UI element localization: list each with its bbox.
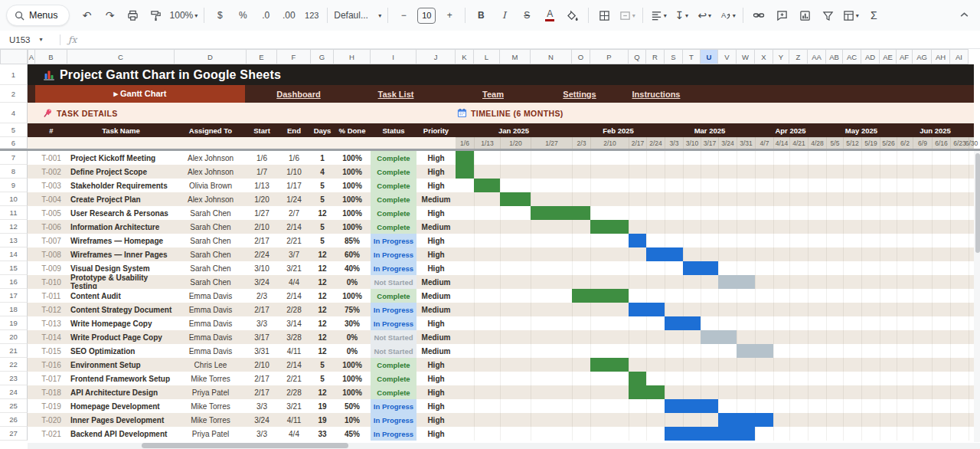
percent-done-cell[interactable]: 30% bbox=[334, 316, 371, 330]
vertical-align-button[interactable]: ↧▾ bbox=[670, 5, 693, 25]
status-cell[interactable]: In Progress bbox=[371, 316, 416, 330]
start-date-cell[interactable]: 2/17 bbox=[247, 372, 277, 385]
week-header-cell[interactable]: 1/27 bbox=[531, 137, 572, 149]
row-header-16[interactable]: 16 bbox=[0, 275, 28, 289]
row-header-21[interactable]: 21 bbox=[0, 344, 28, 358]
task-name-cell[interactable]: User Research & Personas bbox=[67, 206, 175, 220]
priority-cell[interactable]: Medium bbox=[416, 289, 456, 303]
priority-cell[interactable]: High bbox=[416, 413, 456, 427]
row-header-13[interactable]: 13 bbox=[0, 234, 28, 247]
row-header-6[interactable]: 6 bbox=[0, 137, 28, 149]
status-cell[interactable]: Complete bbox=[371, 372, 416, 385]
gantt-bar[interactable] bbox=[572, 289, 629, 303]
end-date-cell[interactable]: 4/4 bbox=[277, 427, 311, 441]
days-cell[interactable]: 12 bbox=[311, 206, 334, 220]
start-date-cell[interactable]: 2/17 bbox=[247, 385, 277, 399]
column-header-Z[interactable]: Z bbox=[789, 49, 808, 64]
week-header-cell[interactable]: 2/3 bbox=[572, 137, 590, 149]
week-header-cell[interactable]: 5/19 bbox=[861, 137, 880, 149]
days-cell[interactable]: 12 bbox=[311, 261, 334, 275]
task-id-cell[interactable]: T-018 bbox=[35, 385, 67, 399]
status-cell[interactable]: Complete bbox=[371, 165, 416, 179]
end-date-cell[interactable]: 3/14 bbox=[277, 316, 311, 330]
column-header-A[interactable]: A bbox=[28, 49, 35, 64]
percent-done-cell[interactable]: 100% bbox=[334, 289, 371, 303]
percent-done-cell[interactable]: 40% bbox=[334, 261, 371, 275]
gantt-bar[interactable] bbox=[474, 179, 500, 192]
task-name-cell[interactable]: Write Homepage Copy bbox=[67, 316, 175, 330]
horizontal-align-button[interactable]: ▾ bbox=[647, 5, 670, 25]
task-id-cell[interactable]: T-021 bbox=[35, 427, 67, 441]
percent-done-cell[interactable]: 100% bbox=[334, 220, 371, 234]
status-cell[interactable]: Complete bbox=[371, 151, 416, 165]
status-cell[interactable]: Complete bbox=[371, 179, 416, 192]
task-name-cell[interactable]: Content Audit bbox=[67, 289, 175, 303]
priority-cell[interactable]: High bbox=[416, 372, 456, 385]
start-date-cell[interactable]: 3/24 bbox=[247, 275, 277, 289]
end-date-cell[interactable]: 2/14 bbox=[277, 358, 311, 372]
week-header-cell[interactable]: 3/24 bbox=[718, 137, 737, 149]
assignee-cell[interactable]: Priya Patel bbox=[175, 385, 247, 399]
column-header-H[interactable]: H bbox=[334, 49, 371, 64]
days-cell[interactable]: 12 bbox=[311, 385, 334, 399]
insert-link-button[interactable] bbox=[747, 5, 770, 25]
select-all-corner[interactable] bbox=[0, 49, 28, 64]
days-cell[interactable]: 33 bbox=[311, 427, 334, 441]
column-header-D[interactable]: D bbox=[175, 49, 247, 64]
insert-comment-button[interactable] bbox=[770, 5, 793, 25]
task-id-cell[interactable]: T-007 bbox=[35, 234, 67, 247]
start-date-cell[interactable]: 3/17 bbox=[247, 330, 277, 344]
row-header-8[interactable]: 8 bbox=[0, 165, 28, 179]
days-cell[interactable]: 5 bbox=[311, 220, 334, 234]
row-header-20[interactable]: 20 bbox=[0, 330, 28, 344]
row-header-23[interactable]: 23 bbox=[0, 372, 28, 385]
task-id-cell[interactable]: T-013 bbox=[35, 316, 67, 330]
start-date-cell[interactable]: 2/24 bbox=[247, 247, 277, 261]
priority-cell[interactable]: Medium bbox=[416, 303, 456, 316]
tab-gantt-chart[interactable]: ▸ Gantt Chart bbox=[35, 85, 245, 103]
days-cell[interactable]: 12 bbox=[311, 275, 334, 289]
assignee-cell[interactable]: Emma Davis bbox=[175, 344, 247, 358]
horizontal-scrollbar-thumb[interactable] bbox=[142, 443, 348, 448]
days-cell[interactable]: 19 bbox=[311, 413, 334, 427]
task-id-cell[interactable]: T-010 bbox=[35, 275, 67, 289]
week-header-cell[interactable]: 5/5 bbox=[826, 137, 843, 149]
start-date-cell[interactable]: 2/10 bbox=[247, 358, 277, 372]
start-date-cell[interactable]: 2/17 bbox=[247, 303, 277, 316]
task-name-cell[interactable]: API Architecture Design bbox=[67, 385, 175, 399]
increase-font-size-button[interactable]: + bbox=[438, 5, 461, 25]
end-date-cell[interactable]: 2/14 bbox=[277, 289, 311, 303]
end-date-cell[interactable]: 3/21 bbox=[277, 261, 311, 275]
end-date-cell[interactable]: 3/28 bbox=[277, 330, 311, 344]
column-header-U[interactable]: U bbox=[701, 49, 718, 64]
task-name-cell[interactable]: Environment Setup bbox=[67, 358, 175, 372]
decrease-font-size-button[interactable]: − bbox=[392, 5, 415, 25]
end-date-cell[interactable]: 1/24 bbox=[277, 192, 311, 206]
gantt-bar[interactable] bbox=[665, 399, 718, 413]
percent-done-cell[interactable]: 0% bbox=[334, 275, 371, 289]
priority-cell[interactable]: Medium bbox=[416, 330, 456, 344]
start-date-cell[interactable]: 1/6 bbox=[247, 151, 277, 165]
redo-button[interactable]: ↷ bbox=[99, 5, 122, 25]
start-date-cell[interactable]: 3/10 bbox=[247, 261, 277, 275]
priority-cell[interactable]: High bbox=[416, 385, 456, 399]
week-header-cell[interactable]: 5/26 bbox=[880, 137, 897, 149]
assignee-cell[interactable]: Alex Johnson bbox=[175, 192, 247, 206]
print-button[interactable] bbox=[122, 5, 145, 25]
column-header-X[interactable]: X bbox=[755, 49, 773, 64]
row-header-11[interactable]: 11 bbox=[0, 206, 28, 220]
gantt-bar[interactable] bbox=[629, 385, 665, 399]
task-name-cell[interactable]: Create Project Plan bbox=[67, 192, 175, 206]
end-date-cell[interactable]: 4/11 bbox=[277, 413, 311, 427]
task-name-cell[interactable]: Prototype & Usability Testing bbox=[67, 275, 175, 289]
task-name-cell[interactable]: Write Product Page Copy bbox=[67, 330, 175, 344]
gantt-bar[interactable] bbox=[531, 206, 590, 220]
percent-done-cell[interactable]: 10% bbox=[334, 413, 371, 427]
gantt-bar[interactable] bbox=[683, 261, 718, 275]
end-date-cell[interactable]: 4/4 bbox=[277, 275, 311, 289]
gantt-bar[interactable] bbox=[590, 220, 629, 234]
task-id-cell[interactable]: T-017 bbox=[35, 372, 67, 385]
percent-done-cell[interactable]: 0% bbox=[334, 330, 371, 344]
assignee-cell[interactable]: Sarah Chen bbox=[175, 275, 247, 289]
row-header-15[interactable]: 15 bbox=[0, 261, 28, 275]
